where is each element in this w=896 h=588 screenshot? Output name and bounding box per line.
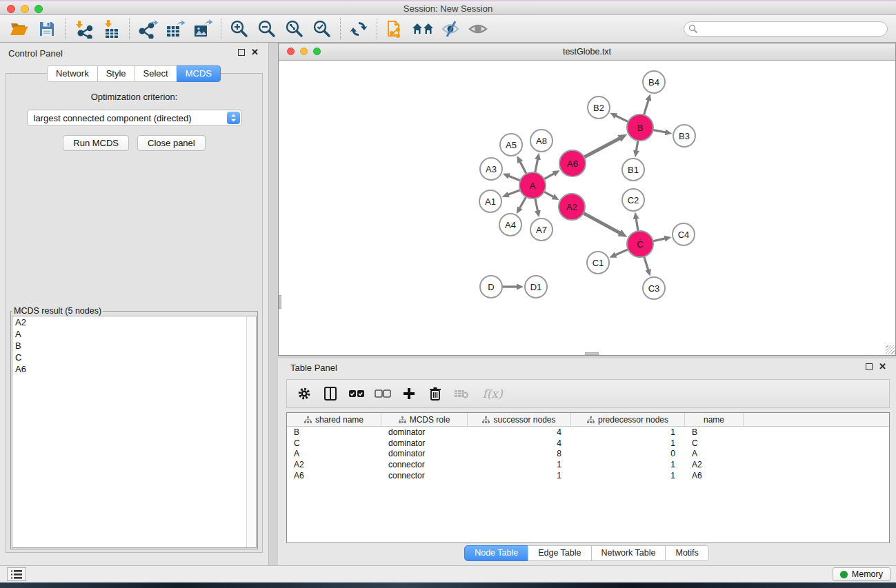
mcds-result-title: MCDS result (5 nodes) xyxy=(12,306,103,316)
float-table-panel-icon[interactable] xyxy=(866,363,873,370)
zoom-in-button[interactable] xyxy=(226,17,253,41)
column-header-predecessor-nodes[interactable]: predecessor nodes xyxy=(571,413,685,427)
zoom-out-button[interactable] xyxy=(253,17,281,41)
edge-A-A7[interactable] xyxy=(535,197,537,212)
zoom-selected-button[interactable] xyxy=(308,17,336,41)
graph-node-label-A8: A8 xyxy=(536,136,547,146)
show-columns-button[interactable] xyxy=(320,383,341,404)
edge-B-B3[interactable] xyxy=(652,130,667,132)
tab-network[interactable]: Network xyxy=(47,65,98,82)
tab-style[interactable]: Style xyxy=(97,65,135,82)
table-settings-button[interactable] xyxy=(294,383,315,404)
save-session-button[interactable] xyxy=(33,17,61,41)
apply-style-button[interactable] xyxy=(345,17,372,41)
toolbar-separator xyxy=(129,19,130,39)
mcds-result-list[interactable]: A2ABCA6 xyxy=(12,316,257,548)
network-canvas[interactable]: B4B2BB3B1A5A8A6A3AA1A2C2A4A7C4CC1C3DD1 xyxy=(279,61,895,355)
table-cell: 1 xyxy=(571,438,685,448)
table-row[interactable]: Bdominator41B xyxy=(287,427,889,438)
delete-table-button[interactable] xyxy=(451,383,472,404)
run-mcds-button[interactable]: Run MCDS xyxy=(63,135,129,151)
toolbar-separator xyxy=(377,19,377,39)
float-panel-icon[interactable] xyxy=(238,49,245,56)
export-image-button[interactable] xyxy=(189,17,217,41)
node-table[interactable]: shared nameMCDS rolesuccessor nodesprede… xyxy=(286,412,890,543)
result-list-scrollbar[interactable] xyxy=(246,316,256,547)
tab-network-table[interactable]: Network Table xyxy=(591,545,666,561)
column-header-successor-nodes[interactable]: successor nodes xyxy=(468,413,571,427)
function-builder-button[interactable]: f(x) xyxy=(477,383,508,404)
table-toolbar: f(x) xyxy=(286,379,890,408)
result-item-C[interactable]: C xyxy=(12,352,256,363)
table-row[interactable]: Cdominator41C xyxy=(287,438,889,449)
table-row[interactable]: A2connector11A2 xyxy=(287,459,889,470)
graph-node-label-A1: A1 xyxy=(485,196,496,207)
open-session-button[interactable] xyxy=(6,17,33,41)
result-item-A6[interactable]: A6 xyxy=(12,363,256,375)
column-header-label: MCDS role xyxy=(410,415,450,425)
memory-button[interactable]: Memory xyxy=(833,567,890,581)
network-vertical-scrollbar[interactable] xyxy=(279,295,281,309)
edge-C-C1[interactable] xyxy=(615,249,630,256)
table-cell: C xyxy=(287,438,381,448)
table-row[interactable]: Adominator80A xyxy=(287,449,889,460)
column-sort-icon xyxy=(587,416,595,423)
show-hide-panel-button[interactable] xyxy=(464,17,492,41)
select-all-columns-button[interactable] xyxy=(346,383,367,404)
network-horizontal-scrollbar[interactable] xyxy=(585,352,599,355)
edge-A2-C[interactable] xyxy=(582,212,621,234)
table-body: Bdominator41BCdominator41CAdominator80AA… xyxy=(287,427,889,481)
table-cell: A6 xyxy=(287,471,381,480)
network-graph[interactable]: B4B2BB3B1A5A8A6A3AA1A2C2A4A7C4CC1C3DD1 xyxy=(279,61,895,355)
tab-mcds[interactable]: MCDS xyxy=(177,65,221,82)
edge-A-A5[interactable] xyxy=(519,161,527,175)
table-cell: 4 xyxy=(468,427,571,437)
edge-A-A6[interactable] xyxy=(543,173,555,180)
hide-graphics-details-icon xyxy=(441,20,460,38)
unselect-all-columns-button[interactable] xyxy=(372,383,393,404)
new-network-from-selection-button[interactable] xyxy=(381,17,409,41)
edge-A-A3[interactable] xyxy=(508,176,521,181)
create-column-button[interactable] xyxy=(399,383,419,404)
resize-grip[interactable] xyxy=(886,345,895,354)
export-network-button[interactable] xyxy=(134,17,161,41)
result-item-A[interactable]: A xyxy=(12,328,256,340)
tab-node-table[interactable]: Node Table xyxy=(464,545,528,561)
edge-A-A1[interactable] xyxy=(507,190,521,195)
tab-edge-table[interactable]: Edge Table xyxy=(528,545,591,561)
tab-motifs[interactable]: Motifs xyxy=(665,545,708,561)
result-item-A2[interactable]: A2 xyxy=(12,316,256,328)
export-table-button[interactable] xyxy=(161,17,189,41)
result-item-B[interactable]: B xyxy=(12,340,256,352)
edge-C-C3[interactable] xyxy=(644,255,648,271)
edge-B-B4[interactable] xyxy=(644,99,649,116)
edge-A-A8[interactable] xyxy=(535,158,538,174)
search-input[interactable] xyxy=(684,21,888,37)
import-table-button[interactable] xyxy=(97,17,125,41)
edge-C-C2[interactable] xyxy=(636,218,638,233)
edge-A-A4[interactable] xyxy=(519,196,527,210)
close-table-panel-icon[interactable]: ✕ xyxy=(879,363,886,370)
column-header-name[interactable]: name xyxy=(685,413,744,427)
graphics-details-button[interactable] xyxy=(437,17,464,41)
table-row[interactable]: A6connector11A6 xyxy=(287,470,889,481)
show-all-networks-button[interactable] xyxy=(409,17,437,41)
column-header-shared-name[interactable]: shared name xyxy=(287,413,381,427)
column-header-MCDS-role[interactable]: MCDS role xyxy=(381,413,468,427)
control-panel: Control Panel ✕ NetworkStyleSelectMCDS O… xyxy=(0,43,269,565)
edge-B-B2[interactable] xyxy=(615,115,629,122)
zoom-fit-button[interactable] xyxy=(281,17,308,41)
edge-C-C4[interactable] xyxy=(652,239,666,242)
dropdown-stepper[interactable] xyxy=(227,112,240,124)
close-panel-icon[interactable]: ✕ xyxy=(251,49,259,56)
import-network-icon xyxy=(74,19,93,39)
table-cell: 4 xyxy=(468,438,571,448)
delete-columns-button[interactable] xyxy=(425,383,446,404)
edge-A6-B[interactable] xyxy=(583,138,621,158)
tab-select[interactable]: Select xyxy=(135,65,177,82)
task-history-button[interactable] xyxy=(7,567,26,581)
import-network-button[interactable] xyxy=(70,17,97,41)
table-cell: A2 xyxy=(685,460,744,469)
close-panel-button[interactable]: Close panel xyxy=(137,135,206,151)
optimization-criterion-dropdown[interactable]: largest connected component (directed) xyxy=(27,110,242,126)
